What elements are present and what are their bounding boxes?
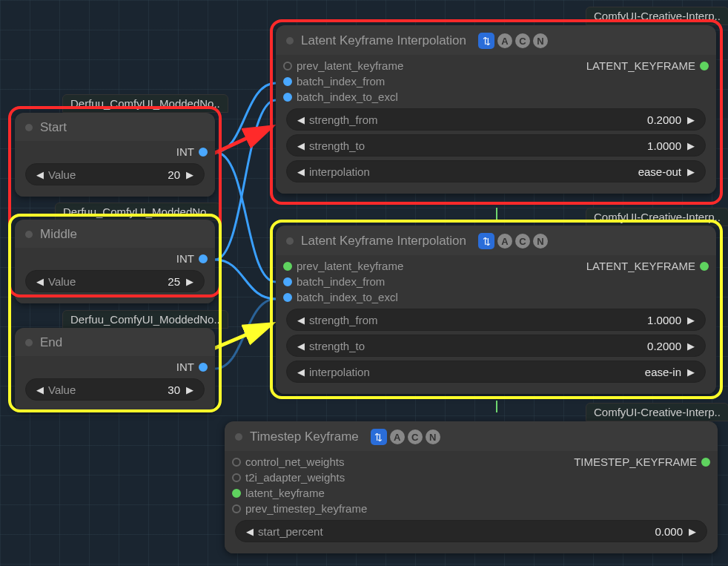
node-end[interactable]: End INT ◀ Value 30 ▶: [15, 328, 215, 412]
acn-a-icon: A: [390, 430, 405, 444]
output-label-int: INT: [176, 252, 194, 265]
acn-a-icon: A: [497, 234, 512, 249]
output-port[interactable]: [700, 62, 709, 70]
decrement-icon[interactable]: ◀: [33, 276, 47, 287]
acn-a-icon: A: [497, 33, 512, 48]
tag-creative-2: ComfyUI-Creative-Interp..: [586, 208, 728, 226]
node-title: End: [15, 328, 215, 356]
acn-n-icon: N: [426, 430, 440, 444]
node-title: Timestep Keyframe ⇅ A C N: [225, 421, 718, 451]
output-label: LATENT_KEYFRAME: [586, 59, 695, 72]
input-port[interactable]: [283, 262, 292, 271]
output-port-int[interactable]: [199, 254, 208, 263]
node-start[interactable]: Start INT ◀ Value 20 ▶: [15, 113, 215, 197]
value-widget[interactable]: ◀ Value 30 ▶: [25, 378, 205, 401]
node-middle[interactable]: Middle INT ◀ Value 25 ▶: [15, 220, 215, 303]
increment-icon[interactable]: ▶: [183, 169, 196, 180]
node-pack-icon: ⇅: [478, 33, 494, 49]
increment-icon[interactable]: ▶: [183, 384, 196, 395]
acn-n-icon: N: [533, 234, 548, 249]
node-title: Latent Keyframe Interpolation ⇅ A C N: [276, 226, 716, 255]
node-pack-icon: ⇅: [478, 233, 494, 249]
input-port[interactable]: [283, 77, 292, 86]
node-latent-keyframe-interp-2[interactable]: Latent Keyframe Interpolation ⇅ A C N pr…: [276, 226, 716, 394]
strength-to-widget[interactable]: ◀strength_to0.2000▶: [286, 335, 706, 357]
tag-derfuu-1: Derfuu_ComfyUI_ModdedNo..: [62, 94, 228, 113]
value-widget[interactable]: ◀ Value 20 ▶: [25, 163, 205, 185]
strength-from-widget[interactable]: ◀strength_from1.0000▶: [286, 309, 706, 331]
node-title: Start: [15, 113, 215, 141]
acn-c-icon: C: [515, 234, 530, 249]
acn-c-icon: C: [408, 430, 423, 444]
input-port[interactable]: [283, 293, 292, 302]
acn-c-icon: C: [515, 33, 530, 48]
output-port[interactable]: [701, 458, 710, 467]
output-label-int: INT: [176, 361, 194, 373]
tag-derfuu-3: Derfuu_ComfyUI_ModdedNo..: [62, 310, 228, 329]
input-port[interactable]: [232, 473, 241, 482]
tag-creative-3: ComfyUI-Creative-Interp..: [586, 403, 728, 421]
output-port-int[interactable]: [199, 148, 208, 157]
value-widget[interactable]: ◀ Value 25 ▶: [25, 270, 205, 292]
input-port[interactable]: [283, 93, 292, 102]
interpolation-widget[interactable]: ◀interpolationease-out▶: [286, 160, 706, 182]
node-title: Middle: [15, 220, 215, 248]
increment-icon[interactable]: ▶: [183, 276, 196, 287]
start-percent-widget[interactable]: ◀start_percent0.000▶: [235, 520, 707, 542]
output-label: TIMESTEP_KEYFRAME: [574, 455, 697, 468]
node-title: Latent Keyframe Interpolation ⇅ A C N: [276, 25, 716, 55]
decrement-icon[interactable]: ◀: [33, 384, 47, 395]
output-port[interactable]: [700, 262, 709, 271]
output-label: LATENT_KEYFRAME: [586, 260, 695, 272]
output-label-int: INT: [176, 145, 194, 158]
tag-derfuu-2: Derfuu_ComfyUI_ModdedNo..: [55, 203, 221, 221]
acn-n-icon: N: [533, 33, 548, 48]
input-port[interactable]: [232, 489, 241, 498]
input-port[interactable]: [232, 458, 241, 467]
input-port[interactable]: [232, 504, 241, 513]
input-port[interactable]: [283, 277, 292, 286]
strength-from-widget[interactable]: ◀strength_from0.2000▶: [286, 108, 706, 131]
node-latent-keyframe-interp-1[interactable]: Latent Keyframe Interpolation ⇅ A C N pr…: [276, 25, 716, 194]
tag-creative-1: ComfyUI-Creative-Interp..: [586, 7, 728, 25]
node-pack-icon: ⇅: [371, 429, 387, 445]
input-port[interactable]: [283, 62, 292, 70]
interpolation-widget[interactable]: ◀interpolationease-in▶: [286, 361, 706, 383]
decrement-icon[interactable]: ◀: [33, 169, 47, 180]
node-timestep-keyframe[interactable]: Timestep Keyframe ⇅ A C N control_net_we…: [225, 421, 718, 553]
strength-to-widget[interactable]: ◀strength_to1.0000▶: [286, 134, 706, 157]
output-port-int[interactable]: [199, 363, 208, 372]
